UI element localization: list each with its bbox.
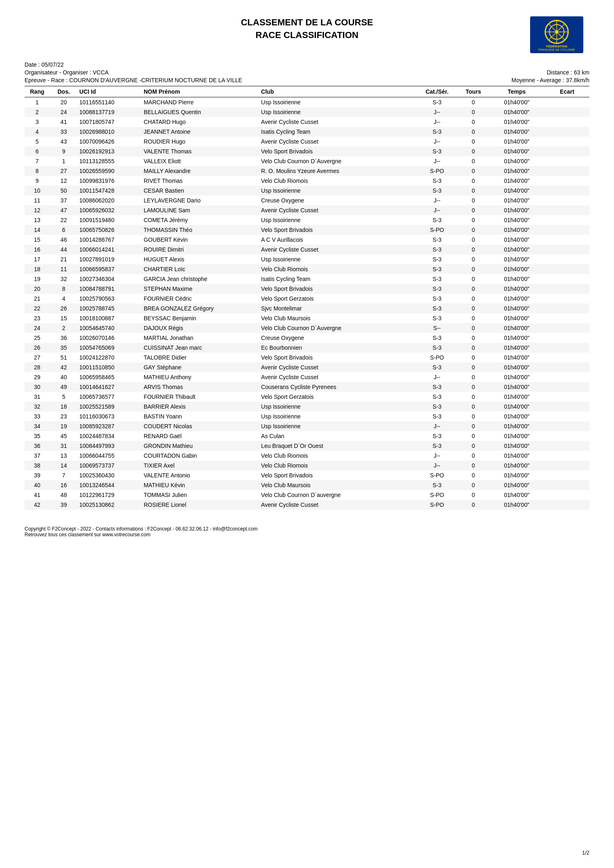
cell-uci: 10025788745 [78, 304, 142, 313]
cell-rang: 34 [25, 421, 50, 431]
ffc-logo: FÉDÉRATION FRANÇAISE DE CYCLISME [530, 16, 583, 53]
cell-nom: MATHIEU Kévin [142, 480, 260, 490]
cell-temps: 01h40'00" [489, 441, 545, 451]
cell-rang: 27 [25, 353, 50, 362]
cell-ecart [545, 372, 589, 382]
col-header-ecart: Ecart [545, 86, 589, 97]
cell-cat: S-3 [416, 274, 458, 284]
cell-club: Leu Braquet D`Or Ouest [260, 441, 416, 451]
cell-uci: 10025790563 [78, 294, 142, 304]
cell-nom: BASTIN Yoann [142, 412, 260, 421]
cell-temps: 01h40'00" [489, 382, 545, 392]
table-row: 19 32 10027346304 GARCIA Jean christophe… [25, 274, 589, 284]
cell-rang: 9 [25, 176, 50, 186]
cell-uci: 10088137719 [78, 107, 142, 117]
cell-dos: 32 [50, 274, 77, 284]
cell-rang: 16 [25, 245, 50, 254]
table-row: 26 35 10054765069 CUISSINAT Jean marc Ec… [25, 343, 589, 353]
cell-cat: S-3 [416, 294, 458, 304]
cell-nom: GARCIA Jean christophe [142, 274, 260, 284]
cell-tours: 0 [458, 333, 489, 343]
cell-uci: 10084497993 [78, 441, 142, 451]
cell-cat: S-3 [416, 382, 458, 392]
cell-rang: 14 [25, 225, 50, 235]
table-row: 15 46 10014286767 GOUBERT Kévin A C V Au… [25, 235, 589, 245]
cell-dos: 23 [50, 412, 77, 421]
cell-ecart [545, 176, 589, 186]
table-row: 14 6 10065750826 THOMASSIN Théo Velo Spo… [25, 225, 589, 235]
cell-temps: 01h40'00" [489, 225, 545, 235]
cell-uci: 10066014241 [78, 245, 142, 254]
cell-uci: 10026559590 [78, 166, 142, 176]
organizer-row: Organisateur - Organiser : VCCA Distance… [25, 69, 589, 76]
cell-cat: S-PO [416, 490, 458, 500]
cell-rang: 26 [25, 343, 50, 353]
cell-cat: S-PO [416, 470, 458, 480]
cell-dos: 48 [50, 490, 77, 500]
cell-cat: S-PO [416, 166, 458, 176]
cell-ecart [545, 313, 589, 323]
cell-dos: 40 [50, 372, 77, 382]
cell-rang: 13 [25, 215, 50, 225]
cell-cat: S-3 [416, 215, 458, 225]
cell-nom: BREA GONZALEZ Grégory [142, 304, 260, 313]
cell-uci: 10091519480 [78, 215, 142, 225]
cell-ecart [545, 146, 589, 156]
cell-dos: 44 [50, 245, 77, 254]
cell-nom: ROUIRE Dimitri [142, 245, 260, 254]
cell-rang: 20 [25, 284, 50, 294]
cell-club: Velo Sport Gerzatois [260, 392, 416, 402]
cell-uci: 10065926032 [78, 205, 142, 215]
cell-nom: BELLAIGUES Quentin [142, 107, 260, 117]
cell-uci: 10024122870 [78, 353, 142, 362]
cell-nom: CHATARD Hugo [142, 117, 260, 127]
cell-club: Velo Club Riomois [260, 461, 416, 470]
cell-uci: 10014641627 [78, 382, 142, 392]
cell-rang: 1 [25, 97, 50, 108]
table-body: 1 20 10116551140 MARCHAND Pierre Usp Iss… [25, 97, 589, 510]
cell-club: Velo Club Cournon D`auvergne [260, 490, 416, 500]
cell-tours: 0 [458, 97, 489, 108]
cell-cat: J-- [416, 196, 458, 205]
cell-temps: 01h40'00" [489, 117, 545, 127]
cell-rang: 39 [25, 470, 50, 480]
cell-uci: 10116551140 [78, 97, 142, 108]
col-header-tours: Tours [458, 86, 489, 97]
cell-ecart [545, 117, 589, 127]
cell-uci: 10086062020 [78, 196, 142, 205]
cell-cat: S-3 [416, 284, 458, 294]
cell-dos: 2 [50, 323, 77, 333]
cell-tours: 0 [458, 353, 489, 362]
table-row: 31 5 10065736577 FOURNIER Thibault Velo … [25, 392, 589, 402]
cell-temps: 01h40'00" [489, 470, 545, 480]
cell-rang: 35 [25, 431, 50, 441]
cell-rang: 40 [25, 480, 50, 490]
cell-dos: 20 [50, 97, 77, 108]
cell-temps: 01h40'00" [489, 284, 545, 294]
cell-temps: 01h40'00" [489, 490, 545, 500]
table-row: 21 4 10025790563 FOURNIER Cédric Velo Sp… [25, 294, 589, 304]
cell-tours: 0 [458, 392, 489, 402]
cell-rang: 10 [25, 186, 50, 196]
cell-nom: COUDERT Nicolas [142, 421, 260, 431]
cell-uci: 10013246544 [78, 480, 142, 490]
table-row: 22 26 10025788745 BREA GONZALEZ Grégory … [25, 304, 589, 313]
cell-nom: VALENTE Antonio [142, 470, 260, 480]
cell-cat: S-3 [416, 431, 458, 441]
table-row: 11 37 10086062020 LEYLAVERGNE Dario Creu… [25, 196, 589, 205]
cell-temps: 01h40'00" [489, 372, 545, 382]
cell-dos: 4 [50, 294, 77, 304]
cell-nom: RIVET Thomas [142, 176, 260, 186]
cell-uci: 10018100887 [78, 313, 142, 323]
cell-nom: THOMASSIN Théo [142, 225, 260, 235]
table-header: Rang Dos. UCI Id NOM Prénom Club Cat./Sé… [25, 86, 589, 97]
cell-ecart [545, 412, 589, 421]
cell-rang: 30 [25, 382, 50, 392]
cell-ecart [545, 441, 589, 451]
cell-club: Velo Sport Brivadois [260, 470, 416, 480]
cell-temps: 01h40'00" [489, 215, 545, 225]
cell-uci: 10026988010 [78, 127, 142, 137]
cell-club: Usp Issoirienne [260, 107, 416, 117]
cell-dos: 13 [50, 451, 77, 461]
cell-temps: 01h40'00" [489, 274, 545, 284]
